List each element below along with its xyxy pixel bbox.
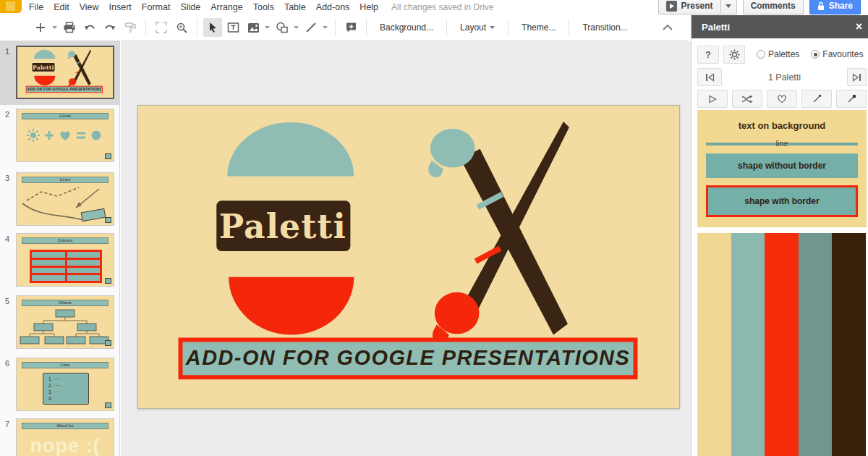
thumb7-wordart: nope :( [17,435,114,456]
insert-image-button[interactable] [244,18,263,37]
image-dropdown[interactable] [263,26,271,29]
layout-button[interactable]: Layout [452,18,503,37]
redo-button[interactable] [101,18,119,37]
equals-icon [77,133,85,138]
present-button[interactable]: Present [658,0,721,14]
shape-tool-button[interactable] [273,18,292,37]
thumb-badge-icon [105,278,111,284]
menu-item-tools[interactable]: Tools [253,2,274,12]
share-button[interactable]: Share [809,0,861,14]
comments-button[interactable]: Comments [743,0,804,14]
palettes-radio[interactable]: Palettes [757,49,799,59]
layout-label: Layout [460,22,486,33]
comments-label: Comments [751,1,796,11]
pick-color-button[interactable] [801,90,832,108]
slide-filmstrip: 1 2 Cover 3 Lines [0,41,120,456]
cursor-icon [208,22,218,33]
apply-color-button[interactable] [836,90,867,108]
textbox-tool-button[interactable] [224,18,242,37]
paint-format-button[interactable] [121,18,140,37]
insert-comment-button[interactable] [341,18,360,37]
menu-item-insert[interactable]: Insert [109,2,132,12]
textbox-icon [227,22,239,33]
select-tool-button[interactable] [203,18,222,37]
theme-button[interactable]: Theme... [514,18,563,37]
menu-item-view[interactable]: View [80,2,99,12]
undo-icon [83,22,96,33]
heart-icon [777,94,787,104]
slide-thumbnail-6[interactable]: Lists 1. ····· 2. ····· 3. ····· 4. [16,358,114,411]
thumb-badge-icon [105,402,111,408]
heart-icon [60,132,69,140]
current-slide[interactable] [137,105,680,409]
undo-button[interactable] [80,18,99,37]
collapse-toolbar-button[interactable] [658,18,677,37]
slide-logo-artwork[interactable] [138,106,679,408]
slide-number: 4 [5,235,9,243]
preview-shape-with-border: shape with border [706,185,858,217]
editor-canvas[interactable] [121,41,691,456]
palette-counter: 1 Paletti [722,72,847,83]
slide-thumbnail-2[interactable]: Cover [16,109,114,162]
slide-thumbnail-7[interactable]: Word Art nope :( [16,418,114,456]
line-dropdown[interactable] [321,26,328,29]
new-slide-button[interactable] [31,18,50,37]
skip-to-last-button[interactable] [847,68,867,86]
menu-item-arrange[interactable]: Arrange [210,2,242,12]
thumb-badge-icon [105,153,111,159]
favourites-radio-label: Favourites [822,49,863,59]
pen-icon [812,94,822,104]
preview-line: line [706,139,858,149]
new-slide-dropdown[interactable] [51,26,58,29]
palette-color-4 [799,233,833,456]
slide-number: 6 [5,359,9,368]
slide-thumbnail-3[interactable]: Lines [16,172,114,226]
slides-logo-icon[interactable] [0,0,22,13]
slide-thumbnail-1[interactable] [16,46,114,99]
menu-item-format[interactable]: Format [142,2,171,12]
zoom-fit-button[interactable] [152,18,171,37]
line-icon [305,22,317,33]
panel-action-row [697,90,867,108]
apply-button[interactable] [697,90,728,108]
menu-item-file[interactable]: File [29,2,43,12]
slide-thumbnail-4[interactable]: Colours [16,233,114,287]
menu-item-addons[interactable]: Add-ons [316,2,350,12]
paletti-panel: Paletti × ? Palettes [691,14,868,456]
print-button[interactable] [60,18,79,37]
menu-item-slide[interactable]: Slide [180,2,200,12]
close-icon[interactable]: × [856,21,862,33]
help-button[interactable]: ? [697,46,719,64]
slide-number: 7 [5,420,9,428]
present-dropdown-button[interactable] [721,0,737,14]
shape-dropdown[interactable] [292,26,299,29]
skip-to-first-button[interactable] [697,68,722,86]
fit-screen-icon [156,22,167,33]
zoom-button[interactable] [172,18,191,37]
favourites-radio[interactable]: Favourites [811,49,863,59]
menu-item-help[interactable]: Help [359,2,378,12]
plus-icon [45,131,54,140]
chevron-up-icon [663,25,673,30]
background-button[interactable]: Background... [372,18,441,37]
panel-settings-row: ? Palettes Favourites [697,45,867,64]
slide-thumbnail-5[interactable]: Charts [16,295,114,349]
redo-icon [103,22,116,33]
sun-icon [27,129,40,142]
chevron-down-icon [52,26,57,29]
printer-icon [63,22,76,33]
slide-number: 1 [5,47,9,56]
thumb5-header: Charts [22,300,109,306]
thumb-badge-icon [105,217,111,223]
slide1-artwork [17,47,111,98]
transition-button[interactable]: Transition... [574,18,635,37]
thumb7-header: Word Art [22,423,109,429]
line-tool-button[interactable] [302,18,320,37]
favourite-button[interactable] [767,90,797,108]
settings-button[interactable] [723,46,745,64]
shuffle-button[interactable] [732,90,762,108]
preview-shape-no-border: shape without border [706,153,858,178]
menu-item-table[interactable]: Table [284,2,306,12]
thumb2-icon-row [25,128,106,143]
menu-item-edit[interactable]: Edit [54,2,69,12]
